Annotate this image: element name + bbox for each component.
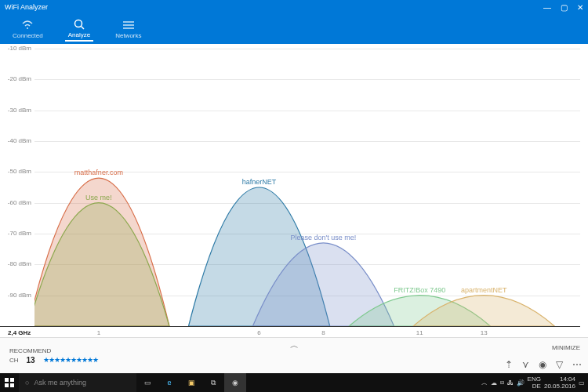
signal-chart: -10 dBm-20 dBm-30 dBm-40 dBm-50 dBm-60 d… bbox=[0, 44, 588, 337]
tab-label: Analyze bbox=[68, 31, 90, 38]
minimize-panel-button[interactable]: MINIMIZE bbox=[552, 344, 580, 351]
window-controls: — ▢ ✕ bbox=[543, 3, 583, 12]
x-tick-label: 8 bbox=[321, 329, 325, 336]
y-tick-label: -80 dBm bbox=[8, 260, 31, 267]
tab-analyze[interactable]: Analyze bbox=[65, 16, 93, 42]
close-button[interactable]: ✕ bbox=[577, 3, 583, 12]
view-icon[interactable]: ◉ bbox=[539, 359, 546, 370]
chart-curves bbox=[34, 49, 580, 326]
search-placeholder: Ask me anything bbox=[34, 379, 86, 387]
cortana-search[interactable]: ○ Ask me anything bbox=[19, 373, 136, 392]
tab-label: Networks bbox=[115, 32, 141, 39]
recommend-label: RECOMMEND bbox=[9, 347, 98, 354]
tray-notifications-icon[interactable]: ▭ bbox=[579, 379, 585, 387]
tray-chevron-icon[interactable]: ︿ bbox=[481, 379, 488, 387]
y-axis: -10 dBm-20 dBm-30 dBm-40 dBm-50 dBm-60 d… bbox=[0, 49, 33, 326]
network-curve[interactable] bbox=[34, 203, 169, 326]
network-label: apartmentNET bbox=[461, 286, 507, 294]
cortana-icon: ○ bbox=[25, 379, 29, 387]
y-tick-label: -60 dBm bbox=[8, 199, 31, 206]
y-tick-label: -50 dBm bbox=[8, 168, 31, 175]
svg-rect-8 bbox=[5, 383, 9, 387]
wifi-analyzer-taskbar-icon[interactable]: ◉ bbox=[224, 373, 246, 392]
bottom-toolbar: ⇡ ⋎ ◉ ▽ ⋯ bbox=[505, 359, 582, 370]
more-icon[interactable]: ⋯ bbox=[572, 359, 582, 370]
app-title: WiFi Analyzer bbox=[5, 3, 48, 11]
start-button[interactable] bbox=[0, 373, 19, 392]
svg-rect-6 bbox=[5, 378, 9, 382]
y-tick-label: -10 dBm bbox=[8, 45, 31, 52]
expand-chevron-icon[interactable]: ︿ bbox=[290, 339, 299, 351]
svg-line-2 bbox=[81, 27, 84, 30]
filter-icon[interactable]: ▽ bbox=[556, 359, 563, 370]
maximize-button[interactable]: ▢ bbox=[561, 3, 568, 12]
tray-dropbox-icon[interactable]: ⧈ bbox=[500, 379, 504, 387]
signal-icon[interactable]: ⇡ bbox=[505, 359, 513, 370]
svg-rect-7 bbox=[10, 378, 14, 382]
svg-rect-9 bbox=[10, 383, 14, 387]
tab-connected[interactable]: Connected bbox=[9, 17, 46, 41]
minimize-button[interactable]: — bbox=[543, 3, 551, 12]
x-axis: 2,4 GHz 1681113 bbox=[0, 326, 580, 337]
recommend-channel: 13 bbox=[27, 356, 35, 365]
tray-network-icon[interactable]: 🖧 bbox=[507, 379, 514, 387]
edge-icon[interactable]: e bbox=[158, 373, 180, 392]
tab-networks[interactable]: Networks bbox=[112, 17, 144, 41]
windows-taskbar: ○ Ask me anything ▭ e ▣ ⧉ ◉ ︿ ☁ ⧈ 🖧 🔊 EN… bbox=[0, 373, 588, 392]
tray-onedrive-icon[interactable]: ☁ bbox=[491, 379, 497, 387]
y-tick-label: -20 dBm bbox=[8, 75, 31, 82]
list-icon bbox=[122, 19, 135, 31]
network-label: Please don't use me! bbox=[291, 234, 357, 241]
y-tick-label: -90 dBm bbox=[8, 292, 31, 299]
y-tick-label: -30 dBm bbox=[8, 107, 31, 114]
recommend-rating: ★★★★★★★★★★ bbox=[43, 356, 98, 364]
recommend-ch-label: CH bbox=[9, 357, 19, 364]
network-label: Use me! bbox=[85, 194, 112, 201]
sort-icon[interactable]: ⋎ bbox=[522, 359, 529, 370]
tray-lang[interactable]: ENG DE bbox=[528, 376, 541, 390]
tray-clock[interactable]: 14:04 20.05.2016 bbox=[544, 376, 575, 390]
recommend-panel: ︿ RECOMMEND CH 13 ★★★★★★★★★★ MINIMIZE ⇡ … bbox=[0, 337, 588, 373]
magnify-icon bbox=[73, 18, 85, 31]
title-bar: WiFi Analyzer — ▢ ✕ bbox=[0, 0, 588, 14]
network-label: matthafner.com bbox=[74, 169, 123, 176]
wifi-icon bbox=[21, 19, 34, 31]
explorer-icon[interactable]: ▣ bbox=[180, 373, 202, 392]
y-tick-label: -70 dBm bbox=[8, 230, 31, 237]
task-view-button[interactable]: ▭ bbox=[136, 373, 158, 392]
x-tick-label: 1 bbox=[97, 329, 100, 336]
x-tick-label: 6 bbox=[257, 329, 260, 336]
tab-label: Connected bbox=[13, 32, 43, 39]
tab-bar: Connected Analyze Networks bbox=[0, 14, 588, 44]
y-tick-label: -40 dBm bbox=[8, 137, 31, 144]
system-tray: ︿ ☁ ⧈ 🖧 🔊 ENG DE 14:04 20.05.2016 ▭ bbox=[481, 376, 588, 390]
store-icon[interactable]: ⧉ bbox=[202, 373, 224, 392]
network-label: FRITZ!Box 7490 bbox=[394, 286, 445, 294]
taskbar-apps: ▭ e ▣ ⧉ ◉ bbox=[136, 373, 246, 392]
svg-point-1 bbox=[74, 20, 82, 27]
x-tick-label: 13 bbox=[481, 329, 488, 336]
tray-volume-icon[interactable]: 🔊 bbox=[517, 379, 524, 387]
svg-point-0 bbox=[27, 27, 28, 29]
x-tick-label: 11 bbox=[416, 329, 423, 336]
x-axis-band-label: 2,4 GHz bbox=[8, 329, 31, 336]
network-label: hafnerNET bbox=[242, 178, 277, 186]
